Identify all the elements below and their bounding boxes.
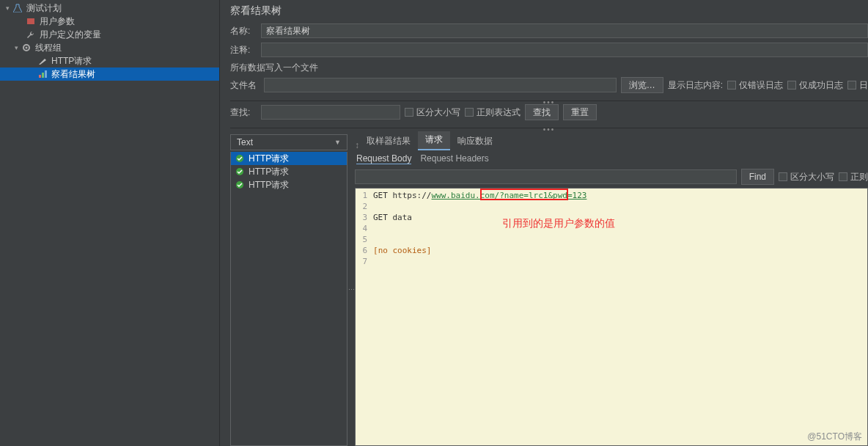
tree-node-user-vars[interactable]: 用户定义的变量 bbox=[0, 28, 219, 41]
filename-label: 文件名 bbox=[230, 79, 260, 92]
search-input[interactable] bbox=[261, 105, 400, 120]
comment-label: 注释: bbox=[230, 44, 257, 56]
browse-button[interactable]: 浏览… bbox=[621, 77, 663, 93]
grip-dots-icon: ••• bbox=[543, 125, 556, 134]
chevron-down-icon: ▾ bbox=[3, 4, 12, 12]
project-tree: ▾ 测试计划 用户参数 用户定义的变量 ▾ 线程组 bbox=[0, 0, 220, 446]
tab-sampler-result[interactable]: 取样器结果 bbox=[359, 133, 418, 150]
search-label: 查找: bbox=[230, 106, 257, 119]
code-area: GET https://www.baidu.com/?name=lrc1&pwd… bbox=[370, 189, 867, 445]
find-case-checkbox[interactable]: 区分大小写 bbox=[779, 171, 834, 183]
chevron-down-icon: ▼ bbox=[334, 139, 341, 146]
reset-button[interactable]: 重置 bbox=[563, 104, 597, 120]
tree-label: 测试计划 bbox=[26, 2, 62, 15]
svg-point-2 bbox=[26, 47, 28, 49]
annotation-text: 引用到的是用户参数的值 bbox=[502, 218, 615, 229]
renderer-combo[interactable]: Text ▼ bbox=[230, 134, 347, 150]
tree-node-view-results-tree[interactable]: 察看结果树 bbox=[0, 67, 219, 81]
tree-node-test-plan[interactable]: ▾ 测试计划 bbox=[0, 1, 219, 15]
svg-rect-4 bbox=[42, 73, 44, 78]
grip-dots-icon: ••• bbox=[543, 98, 556, 106]
search-button[interactable]: 查找 bbox=[525, 104, 559, 120]
case-checkbox[interactable]: 区分大小写 bbox=[405, 106, 460, 119]
write-all-label: 所有数据写入一个文件 bbox=[230, 62, 868, 74]
tree-label: HTTP请求 bbox=[51, 55, 92, 67]
subtab-request-body[interactable]: Request Body bbox=[356, 153, 411, 164]
user-params-icon bbox=[25, 16, 37, 26]
name-label: 名称: bbox=[230, 25, 257, 37]
request-body-editor[interactable]: 1234567 GET https://www.baidu.com/?name=… bbox=[355, 188, 868, 446]
detail-tabs: ↕ 取样器结果 请求 响应数据 bbox=[355, 134, 868, 150]
find-button[interactable]: Find bbox=[741, 169, 774, 185]
tab-response[interactable]: 响应数据 bbox=[450, 133, 500, 150]
gear-icon bbox=[21, 43, 32, 53]
tree-label: 线程组 bbox=[35, 42, 62, 54]
success-icon bbox=[235, 154, 244, 163]
log-config-checkbox[interactable]: 日 bbox=[847, 79, 868, 92]
name-input[interactable] bbox=[261, 23, 868, 38]
chevron-down-icon: ▾ bbox=[12, 44, 21, 51]
subtab-request-headers[interactable]: Request Headers bbox=[420, 153, 488, 164]
splitter-handle[interactable]: ⋮ bbox=[347, 134, 355, 446]
tree-label: 用户定义的变量 bbox=[40, 29, 101, 41]
detail-pane: ↕ 取样器结果 请求 响应数据 Request Body Request Hea… bbox=[355, 134, 868, 446]
svg-rect-3 bbox=[39, 75, 41, 78]
combo-value: Text bbox=[237, 137, 253, 147]
find-in-body-input[interactable] bbox=[355, 169, 737, 184]
request-subtabs: Request Body Request Headers bbox=[355, 150, 868, 166]
flask-icon bbox=[12, 3, 23, 13]
only-success-checkbox[interactable]: 仅成功日志 bbox=[787, 79, 843, 92]
svg-rect-0 bbox=[27, 18, 34, 24]
success-icon bbox=[235, 180, 244, 189]
success-icon bbox=[235, 167, 244, 176]
regex-checkbox[interactable]: 正则表达式 bbox=[465, 106, 521, 119]
find-regex-checkbox[interactable]: 正则 bbox=[839, 171, 868, 183]
comment-input[interactable] bbox=[261, 43, 868, 57]
main-panel: 察看结果树 名称: 注释: 所有数据写入一个文件 文件名 浏览… 显示日志内容:… bbox=[220, 0, 868, 446]
result-item[interactable]: HTTP请求 bbox=[231, 178, 347, 191]
tree-node-http-request[interactable]: HTTP请求 bbox=[0, 54, 219, 67]
tree-label: 察看结果树 bbox=[51, 68, 95, 81]
tab-request[interactable]: 请求 bbox=[418, 131, 450, 150]
tree-label: 用户参数 bbox=[40, 15, 75, 28]
url-host: www.baidu.com/ bbox=[431, 191, 499, 200]
show-log-label: 显示日志内容: bbox=[668, 79, 723, 92]
result-item[interactable]: HTTP请求 bbox=[231, 165, 347, 178]
tree-node-thread-group[interactable]: ▾ 线程组 bbox=[0, 41, 219, 54]
sampler-icon bbox=[37, 56, 48, 66]
results-tree-icon bbox=[37, 69, 48, 79]
panel-title: 察看结果树 bbox=[230, 4, 868, 18]
svg-rect-5 bbox=[45, 70, 47, 78]
line-gutter: 1234567 bbox=[356, 189, 370, 445]
filename-input[interactable] bbox=[264, 78, 617, 92]
result-list-pane: Text ▼ HTTP请求 HTTP请求 bbox=[230, 134, 347, 446]
watermark: @51CTO博客 bbox=[807, 431, 862, 443]
wrench-icon bbox=[25, 29, 37, 40]
result-item[interactable]: HTTP请求 bbox=[231, 152, 347, 165]
url-query: ?name=lrc1&pwd=123 bbox=[499, 191, 586, 200]
only-error-checkbox[interactable]: 仅错误日志 bbox=[727, 79, 783, 92]
tree-node-user-params[interactable]: 用户参数 bbox=[0, 15, 219, 28]
